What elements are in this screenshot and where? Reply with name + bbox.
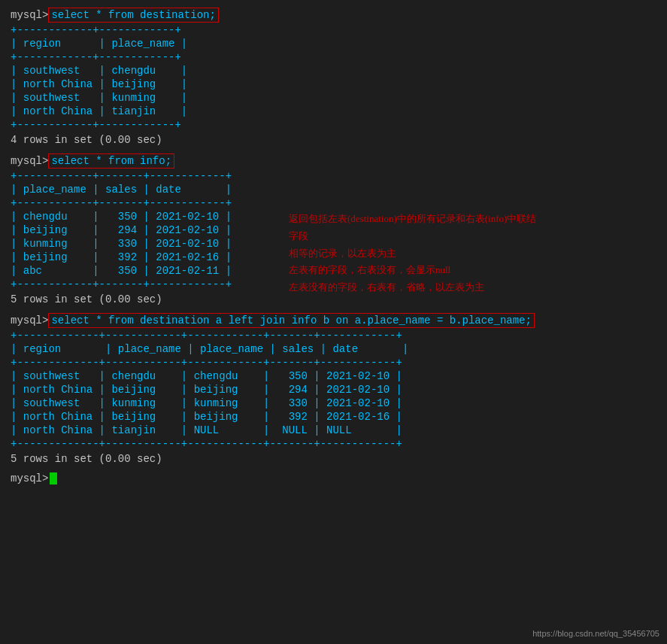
query1-section: mysql> select * from destination; +-----… [11,8,656,146]
query3-row-4: | north China | beijing | beijing | 392 … [11,411,656,423]
note-line-1: 返回包括左表(destination)中的所有记录和右表(info)中联结字段 [289,211,544,245]
query3-row-2: | north China | beijing | beijing | 294 … [11,384,656,396]
query1-row-4: | north China | tianjin | [11,105,656,117]
query1-prompt: mysql> select * from destination; [11,8,656,23]
query2-notes: 返回包括左表(destination)中的所有记录和右表(info)中联结字段 … [289,211,544,296]
note-line-3: 左表有的字段，右表没有，会显示null [289,262,544,279]
query2-section: mysql> select * from info; +------------… [11,153,656,305]
query3-separator-top: +-------------+------------+------------… [11,330,656,342]
query1-row-3: | southwest | kunming | [11,92,656,104]
query3-header: | region | place_name | place_name | sal… [11,343,656,355]
query2-command: select * from info; [48,153,174,169]
query3-result: 5 rows in set (0.00 sec) [11,453,656,465]
query2-separator-mid: +------------+-------+------------+ [11,197,656,209]
query3-prompt: mysql> select * from destination a left … [11,313,656,328]
watermark: https://blog.csdn.net/qq_35456705 [532,629,659,638]
query1-command: select * from destination; [48,8,218,23]
prompt-label-1: mysql> [11,9,48,21]
note-line-4: 左表没有的字段，右表有，省略，以左表为主 [289,279,544,296]
query3-command: select * from destination a left join in… [48,313,535,328]
query1-separator-mid: +------------+------------+ [11,51,656,63]
query2-separator-top: +------------+-------+------------+ [11,170,656,182]
query3-separator-mid: +-------------+------------+------------… [11,357,656,369]
terminal: mysql> select * from destination; +-----… [11,8,656,485]
prompt-label-2: mysql> [11,155,48,167]
final-prompt-section: mysql> [11,472,656,485]
prompt-label-3: mysql> [11,314,48,327]
query1-row-2: | north China | beijing | [11,78,656,90]
query1-header: | region | place_name | [11,38,656,50]
query3-row-1: | southwest | chengdu | chengdu | 350 | … [11,370,656,382]
query1-separator-bot: +------------+------------+ [11,119,656,131]
query1-row-1: | southwest | chengdu | [11,65,656,77]
query3-section: mysql> select * from destination a left … [11,313,656,465]
query3-row-3: | southwest | kunming | kunming | 330 | … [11,397,656,409]
query1-result: 4 rows in set (0.00 sec) [11,134,656,146]
query2-rows-container: | chengdu | 350 | 2021-02-10 | | beijing… [11,211,656,277]
prompt-label-final: mysql> [11,472,48,485]
query1-separator-top: +------------+------------+ [11,24,656,36]
query2-header: | place_name | sales | date | [11,184,656,196]
query3-separator-bot: +-------------+------------+------------… [11,438,656,450]
note-line-2: 相等的记录，以左表为主 [289,245,544,263]
query2-prompt: mysql> select * from info; [11,153,656,169]
final-prompt: mysql> [11,472,656,485]
query3-row-5: | north China | tianjin | NULL | NULL | … [11,424,656,436]
terminal-cursor [50,472,57,485]
